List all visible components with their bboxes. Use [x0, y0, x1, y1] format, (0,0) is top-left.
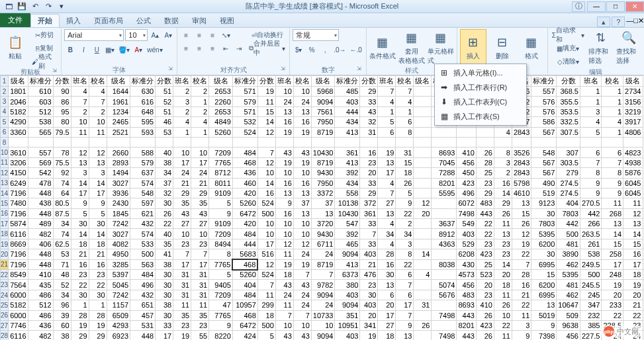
cell[interactable]: 410 — [476, 300, 494, 310]
cell[interactable]: 436 — [232, 168, 257, 178]
align-top-icon[interactable]: ≡ — [180, 29, 192, 41]
cell[interactable]: 4938 — [623, 157, 643, 167]
cell[interactable] — [414, 310, 432, 320]
cell[interactable]: 15 — [623, 239, 643, 249]
cell[interactable]: 14 — [494, 259, 512, 269]
cell[interactable]: 5074 — [432, 280, 457, 290]
cell[interactable]: 403 — [335, 290, 360, 300]
cell[interactable]: 7045 — [432, 157, 457, 167]
cell[interactable]: 8719 — [311, 127, 335, 137]
cell[interactable]: 4 — [378, 97, 396, 106]
cell[interactable] — [414, 331, 432, 340]
cell[interactable]: 29 — [173, 188, 191, 198]
cell[interactable]: 4610 — [512, 188, 531, 198]
cell[interactable]: 62.5 — [53, 239, 71, 249]
cell[interactable] — [580, 137, 602, 147]
cell[interactable]: 30 — [156, 270, 173, 280]
cell[interactable]: 32 — [156, 188, 173, 198]
cell[interactable]: 10733 — [311, 310, 335, 320]
cell[interactable]: 17 — [378, 310, 396, 320]
cell[interactable]: 8712 — [209, 168, 233, 178]
cell[interactable]: 3890 — [557, 249, 580, 259]
cell[interactable]: 434 — [335, 178, 360, 188]
cell[interactable]: 16 — [293, 178, 311, 188]
cell[interactable]: 2430 — [107, 198, 130, 208]
row-header[interactable]: 8 — [1, 137, 9, 147]
cell[interactable]: 7398 — [531, 331, 557, 340]
cell[interactable]: 232 — [580, 310, 602, 320]
cell[interactable]: 23 — [191, 239, 209, 249]
cell[interactable]: 11 — [494, 219, 512, 229]
cell[interactable]: 468 — [232, 157, 257, 167]
cell[interactable]: 24 — [275, 97, 293, 106]
cell[interactable]: 404 — [232, 280, 257, 290]
cell[interactable]: 5 — [378, 117, 396, 127]
cell[interactable]: 3 — [71, 168, 89, 178]
cell[interactable]: 368.5 — [557, 87, 580, 97]
cell[interactable]: 30 — [71, 290, 89, 300]
cell[interactable]: 16 — [257, 188, 275, 198]
cell[interactable]: 30 — [89, 219, 107, 229]
doc-max-button[interactable]: □ — [633, 17, 638, 27]
cell[interactable]: 4082 — [107, 239, 130, 249]
conditional-format-button[interactable]: ▦条件格式 — [369, 29, 396, 66]
cell[interactable]: 24 — [173, 168, 191, 178]
doc-min-button[interactable]: — — [626, 17, 633, 27]
cell[interactable]: 263.5 — [580, 229, 602, 239]
cell[interactable]: 355.5 — [557, 97, 580, 106]
decrease-font-icon[interactable]: A▾ — [162, 29, 174, 41]
cell[interactable]: 1 — [580, 97, 602, 106]
cell[interactable]: 19 — [293, 157, 311, 167]
cell[interactable]: 4 — [89, 87, 107, 97]
cell[interactable] — [414, 239, 432, 249]
cell[interactable]: 43 — [275, 280, 293, 290]
percent-icon[interactable]: % — [306, 44, 318, 56]
cell[interactable]: 576 — [531, 106, 557, 116]
cell[interactable]: 60 — [53, 320, 71, 330]
column-header[interactable]: 校名 — [602, 76, 623, 87]
cell[interactable]: 7564 — [9, 280, 28, 290]
cell[interactable]: 11 — [257, 97, 275, 106]
cell[interactable]: 410 — [28, 270, 53, 280]
cell[interactable]: 432 — [130, 219, 156, 229]
cell[interactable]: 10 — [494, 310, 512, 320]
row-header[interactable]: 10 — [1, 148, 9, 157]
cell[interactable]: 23 — [173, 239, 191, 249]
cell[interactable]: 28 — [71, 310, 89, 320]
cell[interactable]: 35 — [191, 198, 209, 208]
cell[interactable]: 5 — [89, 208, 107, 218]
cell[interactable]: 9 — [89, 198, 107, 208]
cell[interactable] — [432, 137, 457, 147]
cell[interactable]: 3219 — [623, 106, 643, 116]
column-header[interactable]: 校名 — [191, 76, 209, 87]
cell[interactable]: 35 — [156, 239, 173, 249]
cell[interactable]: 3 — [580, 106, 602, 116]
cell[interactable]: 8 — [494, 148, 512, 157]
cell[interactable]: 8 — [580, 168, 602, 178]
column-header[interactable]: 级名 — [107, 76, 130, 87]
cell[interactable]: 87.5 — [53, 208, 71, 218]
cell[interactable]: 24 — [311, 249, 335, 259]
cell[interactable]: 43 — [275, 331, 293, 340]
column-header[interactable]: 级名 — [209, 76, 233, 87]
align-middle-icon[interactable]: ≡ — [193, 29, 205, 41]
cell[interactable]: 4573 — [457, 270, 476, 280]
cell[interactable]: 524 — [232, 127, 257, 137]
cell[interactable]: 496 — [457, 188, 476, 198]
cell[interactable]: 420 — [232, 188, 257, 198]
cell[interactable]: 31 — [191, 270, 209, 280]
cell[interactable]: 3372 — [311, 188, 335, 198]
cell[interactable]: 6 — [602, 148, 623, 157]
cell[interactable]: 41 — [156, 249, 173, 259]
cell[interactable]: 245.5 — [580, 280, 602, 290]
cell[interactable]: 23 — [476, 239, 494, 249]
cell[interactable]: 485 — [335, 87, 360, 97]
column-header[interactable]: 分数 — [257, 76, 275, 87]
row-header[interactable]: 24 — [1, 290, 9, 300]
cell[interactable]: 9094 — [335, 300, 360, 310]
cell[interactable]: 12 — [71, 148, 89, 157]
cell[interactable]: 32 — [360, 117, 378, 127]
cell[interactable]: 588 — [130, 148, 156, 157]
cell[interactable]: 30 — [156, 310, 173, 320]
cell[interactable]: 5019 — [531, 310, 557, 320]
